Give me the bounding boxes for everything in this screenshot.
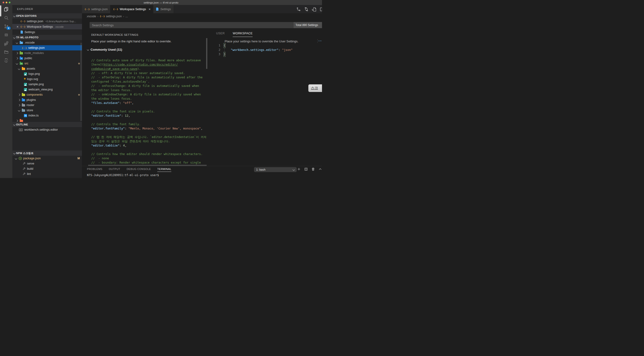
split-editor-icon[interactable] — [320, 7, 322, 11]
panel-tab-terminal[interactable]: TERMINAL — [157, 168, 172, 172]
open-editor-settings-json[interactable]: {··}settings.json~/Library/Application S… — [12, 18, 82, 24]
chevron-right-icon[interactable] — [18, 93, 20, 96]
activity-extensions-button[interactable] — [0, 39, 12, 47]
editor-area: {··}settings.json{··}Workspace Settings×… — [82, 5, 322, 178]
activity-debug-button[interactable] — [0, 30, 12, 39]
chevron-right-icon[interactable] — [16, 119, 18, 122]
chevron-right-icon[interactable] — [16, 52, 18, 54]
tree-item-logo-svg[interactable]: *logo.svg — [12, 76, 82, 82]
breadcrumb[interactable]: .vscode›{··}settings.json›... — [82, 13, 322, 19]
settings-scope-tabs: USERWORKSPACE — [216, 32, 252, 37]
close-window-button[interactable] — [2, 2, 4, 3]
chevron-right-icon[interactable] — [16, 57, 18, 59]
tree-item-item[interactable] — [12, 118, 82, 122]
scope-tab-workspace[interactable]: WORKSPACE — [233, 32, 252, 37]
panel-tab-problems[interactable]: PROBLEMS — [87, 168, 102, 172]
tree-item-settings-json[interactable]: {··}settings.json — [12, 45, 82, 50]
chevron-right-icon[interactable] — [18, 99, 20, 101]
breadcrumb-vscode[interactable]: .vscode — [86, 15, 96, 18]
explorer-sidebar: EXPLORER OPEN EDITORS {··}settings.json~… — [12, 5, 82, 178]
minimap[interactable]: { "workbench.se} — [317, 39, 322, 43]
close-icon[interactable]: × — [148, 7, 150, 11]
activity-diff-button[interactable]: diff — [0, 56, 12, 65]
tree-item-node-modules[interactable]: node_modules — [12, 50, 82, 56]
kill-terminal-icon[interactable] — [311, 167, 315, 172]
tree-item-logo-png[interactable]: logo.png — [12, 71, 82, 76]
minimize-window-button[interactable] — [6, 2, 7, 3]
tree-item-assets[interactable]: assets — [12, 66, 82, 71]
panel-tab-output[interactable]: OUTPUT — [109, 168, 120, 172]
tree-item-src[interactable]: <>src — [12, 61, 82, 66]
npm-package-json[interactable]: JSpackage.jsonM — [12, 156, 82, 161]
split-terminal-icon[interactable] — [304, 167, 308, 172]
tree-item-store[interactable]: store — [12, 108, 82, 113]
open-editor-settings[interactable]: Settings — [12, 29, 82, 35]
chevron-down-icon[interactable] — [16, 41, 18, 44]
zoom-window-button[interactable] — [9, 2, 10, 3]
scope-tab-user[interactable]: USER — [216, 32, 224, 37]
open-editor-workspace-settings[interactable]: ×{··}Workspace Settings.vscode — [12, 24, 82, 29]
workspace-settings-code[interactable]: 1{2 "workbench.settings.editor": "json"3… — [208, 43, 322, 56]
tree-item-vscode[interactable]: x.vscode — [12, 40, 82, 45]
breadcrumb-item[interactable]: ... — [125, 15, 128, 18]
activity-source-control-button[interactable]: 9 — [0, 22, 12, 30]
image-icon — [24, 72, 27, 75]
npm-script-build[interactable]: build — [12, 166, 82, 171]
tree-item-public[interactable]: opublic — [12, 56, 82, 61]
tree-item-sample-png[interactable]: sample.png — [12, 82, 82, 87]
open-preview-icon[interactable] — [312, 7, 316, 11]
editor-tab-bar: {··}settings.json{··}Workspace Settings×… — [82, 5, 322, 13]
symbol-string-icon: abc — [19, 128, 23, 131]
ime-overlay-button[interactable]: 스크 — [308, 84, 322, 92]
line-number: 1 — [208, 43, 224, 48]
project-section-header[interactable]: TF-ML-UI-PROTO — [12, 35, 82, 40]
code-line: // - boundary: Render whitespace charact… — [91, 160, 206, 165]
close-icon[interactable]: × — [16, 25, 18, 28]
panel-actions — [297, 167, 320, 172]
chevron-right-icon[interactable] — [18, 104, 20, 106]
chevron-down-icon[interactable] — [18, 67, 20, 70]
terminal-prompt[interactable]: NTS-JukyungAL01289951:tf-ml-ui-proto use… — [87, 173, 159, 177]
chevron-down-icon — [13, 15, 16, 17]
title-bar[interactable]: settings.json — tf-ml-ui-proto — [0, 0, 322, 5]
activity-explorer-button[interactable] — [0, 5, 12, 13]
breadcrumb-settings-json[interactable]: {··}settings.json — [100, 15, 122, 18]
npm-script-lint[interactable]: lint — [12, 171, 82, 177]
chevron-down-icon[interactable] — [16, 62, 18, 65]
activity-files-folder-button[interactable] — [0, 47, 12, 56]
compare-icon[interactable] — [296, 7, 301, 11]
tab-settings-json[interactable]: {··}settings.json — [82, 5, 110, 13]
npm-script-serve[interactable]: serve — [12, 161, 82, 166]
commonly-used-section[interactable]: Commonly Used (11) — [87, 48, 122, 51]
svg-text:diff: diff — [6, 60, 7, 61]
default-settings-code[interactable]: // Controls auto save of dirty files. Re… — [91, 58, 206, 165]
tab-settings[interactable]: Settings — [153, 5, 174, 13]
npm-scripts-header[interactable]: NPM 스크립트 — [12, 151, 82, 156]
outline-header[interactable]: OUTLINE — [12, 122, 82, 127]
activity-search-button[interactable] — [0, 13, 12, 22]
tree-item-plugins[interactable]: +plugins — [12, 97, 82, 102]
editor-vertical-scrollbar[interactable] — [206, 38, 207, 69]
open-editors-header[interactable]: OPEN EDITORS — [12, 13, 82, 18]
tree-item-components[interactable]: components — [12, 92, 82, 97]
sidebar-scrollbar[interactable] — [80, 43, 82, 121]
minimap-line: "workbench.se — [317, 40, 322, 41]
chevron-down-icon[interactable] — [15, 157, 17, 160]
tab-workspace-settings[interactable]: {··}Workspace Settings× — [110, 5, 153, 13]
default-settings-pane: DEFAULT WORKSPACE SETTINGS Place your se… — [82, 19, 208, 166]
chevron-down-icon[interactable] — [18, 109, 20, 111]
maximize-panel-icon[interactable] — [318, 167, 322, 172]
sync-icon[interactable] — [304, 7, 309, 11]
tree-item-router[interactable]: router — [12, 102, 82, 108]
outline-item-workbench-settings-editor[interactable]: abcworkbench.settings.editor — [12, 127, 82, 132]
scm-changes-badge: 9 — [6, 26, 11, 30]
tree-item-webcam-view-png[interactable]: webcam_view.png — [12, 87, 82, 92]
new-terminal-icon[interactable] — [297, 167, 301, 172]
tree-item-label: index.ts — [28, 114, 38, 117]
npm-script-label: serve — [27, 162, 34, 165]
open-editor-label: Workspace Settings — [27, 25, 53, 28]
chevron-down-icon — [13, 152, 16, 154]
panel-tab-debug-console[interactable]: DEBUG CONSOLE — [126, 168, 151, 172]
terminal-shell-select[interactable]: 1: bash — [254, 167, 297, 172]
tree-item-index-ts[interactable]: TSindex.ts — [12, 113, 82, 118]
